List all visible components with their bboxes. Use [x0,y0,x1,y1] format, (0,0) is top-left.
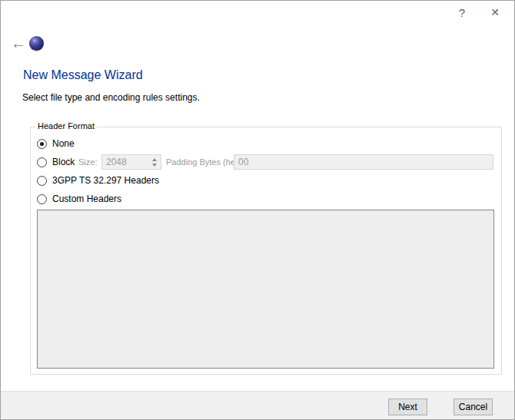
next-button[interactable]: Next [388,399,427,415]
page-title: New Message Wizard [23,68,143,82]
radio-label-custom: Custom Headers [52,193,121,204]
radio-option-block[interactable]: Block [37,157,75,167]
size-spinner-input [102,155,148,169]
header-format-groupbox: Header Format None Block Size: Padding B… [30,127,502,375]
radio-icon-block[interactable] [37,157,47,167]
close-icon[interactable]: ✕ [485,4,505,21]
radio-option-custom[interactable]: Custom Headers [37,193,121,204]
help-icon[interactable]: ? [452,4,472,21]
size-spinner [101,154,161,170]
spinner-up-icon [152,158,157,161]
spinner-buttons [148,155,161,169]
padding-bytes-input [234,155,493,169]
radio-icon-3gpp[interactable] [37,176,47,186]
radio-icon-custom[interactable] [37,194,47,204]
cancel-button[interactable]: Cancel [454,399,493,415]
radio-label-3gpp: 3GPP TS 32.297 Headers [52,175,159,186]
footer-bar: Next Cancel [1,391,515,420]
radio-label-none: None [52,138,75,149]
wizard-window: ? ✕ ← New Message Wizard Select file typ… [0,0,515,420]
radio-option-3gpp[interactable]: 3GPP TS 32.297 Headers [37,175,159,186]
radio-option-none[interactable]: None [37,138,75,149]
globe-sphere-icon [29,36,44,51]
radio-label-block: Block [52,157,75,167]
padding-bytes-field [234,154,493,170]
custom-headers-area [37,210,494,369]
padding-bytes-label: Padding Bytes (hex): [166,157,244,167]
size-label: Size: [78,157,97,167]
back-arrow-icon[interactable]: ← [9,35,28,51]
radio-icon-none[interactable] [37,139,47,149]
page-subtitle: Select file type and encoding rules sett… [22,92,200,103]
spinner-down-icon [152,164,157,167]
groupbox-legend: Header Format [35,121,97,131]
